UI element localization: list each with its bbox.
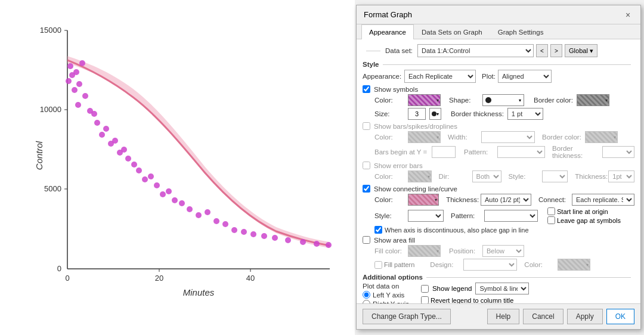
svg-point-54 bbox=[272, 235, 278, 241]
footer-right: Help Cancel Apply OK bbox=[487, 309, 634, 324]
apply-button[interactable]: Apply bbox=[567, 309, 603, 324]
show-symbols-checkbox[interactable] bbox=[363, 85, 370, 93]
svg-point-42 bbox=[166, 188, 172, 194]
style-section-header: Style bbox=[363, 61, 634, 68]
svg-point-20 bbox=[72, 87, 78, 93]
svg-point-37 bbox=[136, 168, 142, 173]
show-error-bars-checkbox[interactable] bbox=[363, 162, 370, 169]
bars-border-thickness-select[interactable] bbox=[602, 146, 634, 158]
svg-point-30 bbox=[103, 126, 109, 132]
symbol-color-box[interactable]: ▾ bbox=[408, 94, 441, 106]
svg-point-21 bbox=[73, 69, 79, 75]
appearance-select[interactable]: Each Replicate bbox=[404, 70, 476, 83]
dataset-select[interactable]: Data 1:A:Control bbox=[417, 44, 534, 57]
bars-color-box[interactable]: ▾ bbox=[408, 131, 441, 143]
size-dot-arrow: ▾ bbox=[436, 111, 439, 117]
size-row: Size: ▾ Border thickness: 1 pt bbox=[363, 108, 634, 120]
revert-legend-checkbox[interactable] bbox=[421, 296, 429, 303]
tab-graph-settings[interactable]: Graph Settings bbox=[490, 24, 552, 39]
size-dot-dropdown[interactable]: ▾ bbox=[429, 108, 441, 120]
show-legend-checkbox[interactable] bbox=[421, 285, 429, 293]
leave-gap-option[interactable]: Leave gap at symbols bbox=[547, 216, 621, 224]
border-color-box[interactable]: ▾ bbox=[577, 94, 609, 106]
svg-point-44 bbox=[179, 200, 185, 206]
border-thickness-label: Border thickness: bbox=[451, 110, 504, 117]
bars-width-select[interactable] bbox=[481, 131, 535, 143]
start-origin-checkbox[interactable] bbox=[547, 207, 555, 215]
area-fill-row1: Fill color: ▾ Position: Below bbox=[363, 245, 634, 257]
bars-border-color-label: Border color: bbox=[542, 134, 581, 141]
svg-point-27 bbox=[91, 111, 97, 117]
border-thickness-select[interactable]: 1 pt bbox=[507, 108, 543, 120]
svg-point-38 bbox=[142, 176, 148, 182]
additional-section-header: Additional options bbox=[363, 274, 634, 281]
change-graph-type-button[interactable]: Change Graph Type... bbox=[363, 309, 451, 324]
error-style-label: Style: bbox=[509, 173, 538, 180]
show-connecting-line-section: Show connecting line/curve bbox=[363, 185, 634, 193]
fill-color-label: Fill color: bbox=[374, 247, 404, 255]
plot-select[interactable]: Aligned bbox=[498, 70, 552, 83]
plot-label: Plot: bbox=[482, 73, 496, 80]
fill-design-select[interactable] bbox=[463, 259, 517, 271]
tab-data-sets-on-graph[interactable]: Data Sets on Graph bbox=[414, 24, 490, 39]
footer-left: Change Graph Type... bbox=[363, 309, 451, 324]
show-area-fill-checkbox[interactable] bbox=[363, 236, 370, 244]
fill-pattern-option[interactable]: Fill pattern bbox=[374, 261, 414, 269]
help-button[interactable]: Help bbox=[487, 309, 520, 324]
ok-button[interactable]: OK bbox=[606, 309, 634, 324]
dataset-global-button[interactable]: Global ▾ bbox=[565, 44, 597, 57]
shape-select[interactable]: ▾ bbox=[482, 94, 524, 106]
connecting-pattern-select[interactable] bbox=[484, 210, 538, 222]
error-style-select[interactable] bbox=[542, 170, 568, 182]
error-color-label: Color: bbox=[374, 173, 404, 180]
size-input[interactable] bbox=[408, 108, 426, 120]
connecting-color-box[interactable]: ▾ bbox=[408, 194, 439, 206]
dataset-prev-button[interactable]: < bbox=[536, 44, 548, 57]
bars-border-color-box[interactable]: ▾ bbox=[585, 131, 618, 143]
bars-begin-label: Bars begin at Y = bbox=[374, 148, 428, 156]
fill-color-box[interactable]: ▾ bbox=[408, 245, 441, 257]
svg-point-57 bbox=[314, 241, 320, 247]
start-origin-option[interactable]: Start line at origin bbox=[547, 207, 621, 215]
connecting-pattern-label: Pattern: bbox=[451, 212, 481, 219]
tab-appearance[interactable]: Appearance bbox=[361, 24, 414, 39]
svg-point-53 bbox=[261, 233, 267, 239]
show-bars-checkbox[interactable] bbox=[363, 122, 370, 130]
connecting-thickness-select[interactable]: Auto (1/2 pt) bbox=[481, 194, 531, 206]
close-button[interactable]: × bbox=[623, 10, 633, 20]
legend-options-col: Show legend Symbol & line Revert legend … bbox=[421, 283, 634, 303]
fill-pattern-checkbox[interactable] bbox=[374, 261, 382, 269]
revert-legend-option[interactable]: Revert legend to column title bbox=[421, 296, 634, 303]
discontinuous-checkbox[interactable] bbox=[374, 226, 382, 234]
leave-gap-checkbox[interactable] bbox=[547, 216, 555, 224]
fill-color2-box[interactable]: ▾ bbox=[558, 259, 590, 271]
bars-begin-input[interactable] bbox=[432, 146, 456, 158]
error-bars-row: Color: ▾ Dir: Both Style: Thickness: 1pt bbox=[363, 170, 634, 182]
svg-point-18 bbox=[67, 63, 73, 69]
error-thickness-select[interactable]: 1pt bbox=[608, 170, 634, 182]
svg-point-39 bbox=[148, 173, 154, 179]
connecting-style-select[interactable] bbox=[408, 210, 444, 222]
color-shape-row: Color: ▾ Shape: ▾ Border color: ▾ bbox=[363, 94, 634, 106]
svg-point-56 bbox=[300, 239, 306, 245]
graph-panel: 15000 10000 5000 0 0 20 40 Minutes Contr… bbox=[0, 0, 355, 335]
plot-data-col: Plot data on Left Y axis Right Y axis bbox=[363, 283, 409, 303]
error-dir-select[interactable]: Both bbox=[472, 170, 501, 182]
bars-width-label: Width: bbox=[448, 134, 478, 141]
tabs-bar: Appearance Data Sets on Graph Graph Sett… bbox=[357, 24, 640, 39]
left-y-option[interactable]: Left Y axis bbox=[363, 291, 409, 299]
legend-style-select[interactable]: Symbol & line bbox=[475, 283, 529, 294]
svg-point-40 bbox=[154, 182, 160, 188]
cancel-button[interactable]: Cancel bbox=[523, 309, 563, 324]
error-color-box[interactable]: ▾ bbox=[408, 170, 432, 182]
dataset-next-button[interactable]: > bbox=[550, 44, 562, 57]
color-label: Color: bbox=[374, 97, 404, 104]
bars-pattern-select[interactable] bbox=[497, 146, 545, 158]
connecting-line-row1: Color: ▾ Thickness: Auto (1/2 pt) Connec… bbox=[363, 194, 634, 206]
bars-pattern-label: Pattern: bbox=[464, 148, 494, 156]
connecting-connect-select[interactable]: Each replicate. Spe bbox=[572, 194, 634, 206]
show-connecting-line-checkbox[interactable] bbox=[363, 185, 370, 193]
left-y-radio[interactable] bbox=[363, 291, 370, 299]
fill-position-select[interactable]: Below bbox=[482, 245, 524, 257]
shape-circle bbox=[485, 97, 491, 103]
